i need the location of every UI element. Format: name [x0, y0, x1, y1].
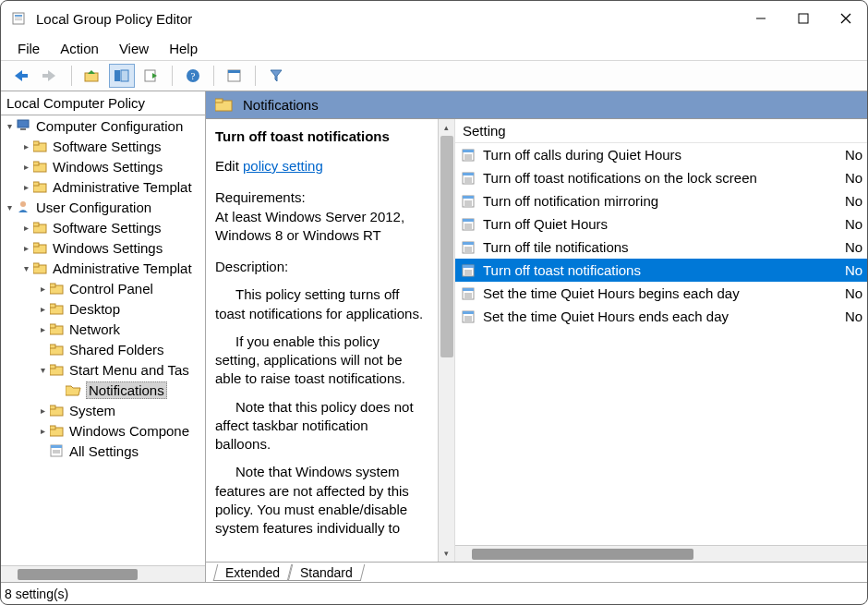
tree-item[interactable]: Notifications	[1, 380, 205, 400]
back-button[interactable]	[8, 64, 34, 88]
list-horizontal-scrollbar[interactable]	[455, 545, 867, 562]
svg-rect-21	[228, 70, 240, 73]
svg-rect-50	[50, 405, 55, 409]
expand-icon[interactable]: ▸	[19, 141, 32, 151]
settings-column-header[interactable]: Setting	[455, 119, 867, 143]
expand-icon[interactable]: ▾	[3, 121, 16, 131]
tree-header[interactable]: Local Computer Policy	[1, 91, 205, 115]
expand-icon[interactable]: ▸	[19, 223, 32, 233]
svg-rect-70	[463, 196, 474, 199]
menu-view[interactable]: View	[110, 39, 158, 58]
tree-item[interactable]: ▸Software Settings	[1, 136, 205, 156]
svg-rect-5	[799, 14, 808, 23]
tree-item-label: Notifications	[86, 381, 167, 399]
svg-rect-23	[18, 120, 29, 127]
window-controls	[740, 1, 867, 36]
tab-extended[interactable]: Extended	[213, 564, 293, 581]
tree-horizontal-scrollbar[interactable]	[1, 565, 205, 582]
scroll-track[interactable]	[439, 136, 454, 545]
tree-item-label: Software Settings	[53, 220, 162, 236]
help-button[interactable]: ?	[180, 64, 206, 88]
forward-button[interactable]	[38, 64, 64, 88]
setting-row[interactable]: Turn off calls during Quiet HoursNo	[455, 143, 867, 166]
expand-icon[interactable]: ▸	[36, 426, 49, 436]
tree-item[interactable]: All Settings	[1, 441, 205, 461]
status-text: 8 setting(s)	[5, 587, 68, 601]
tree-item[interactable]: ▸Desktop	[1, 298, 205, 319]
tree-item[interactable]: ▾Administrative Templat	[1, 258, 205, 278]
setting-row[interactable]: Set the time Quiet Hours begins each day…	[455, 282, 867, 305]
up-one-level-button[interactable]	[79, 64, 105, 88]
setting-row[interactable]: Turn off notification mirroringNo	[455, 189, 867, 212]
tree-item[interactable]: ▾Start Menu and Tas	[1, 359, 205, 380]
breadcrumb: Notifications	[206, 91, 867, 119]
export-list-button[interactable]	[139, 64, 164, 88]
scrollbar-thumb[interactable]	[18, 569, 138, 580]
tree-item[interactable]: ▸Administrative Templat	[1, 176, 205, 197]
expand-icon[interactable]: ▸	[19, 243, 32, 253]
svg-marker-8	[15, 70, 22, 81]
tab-standard[interactable]: Standard	[288, 564, 365, 581]
svg-rect-45	[50, 345, 55, 348]
folder-icon	[49, 301, 66, 316]
svg-rect-80	[463, 242, 474, 245]
desc-vertical-scrollbar[interactable]: ▴ ▾	[439, 119, 455, 562]
tree-item[interactable]: ▸Software Settings	[1, 217, 205, 237]
tree-item[interactable]: ▸Control Panel	[1, 278, 205, 298]
detail-pane: Notifications Turn off toast notificatio…	[206, 91, 867, 582]
settings-rows: Turn off calls during Quiet HoursNoTurn …	[455, 143, 867, 545]
expand-icon[interactable]: ▸	[36, 304, 49, 314]
titlebar: Local Group Policy Editor	[1, 1, 867, 36]
expand-icon[interactable]: ▾	[36, 365, 49, 375]
setting-row[interactable]: Turn off tile notificationsNo	[455, 236, 867, 259]
scrollbar-thumb[interactable]	[472, 549, 693, 560]
tree-item-label: Network	[69, 321, 120, 337]
tree-item[interactable]: ▾User Configuration	[1, 197, 205, 217]
tree-item-label: Start Menu and Tas	[69, 362, 189, 378]
scrollbar-thumb[interactable]	[440, 136, 453, 357]
expand-icon[interactable]: ▸	[19, 162, 32, 172]
setting-row[interactable]: Turn off toast notificationsNo	[455, 259, 867, 282]
setting-row[interactable]: Set the time Quiet Hours ends each dayNo	[455, 305, 867, 328]
setting-label: Turn off tile notifications	[483, 239, 845, 255]
folder-icon	[49, 423, 66, 438]
svg-rect-11	[42, 74, 49, 78]
tree-item[interactable]: ▸Network	[1, 319, 205, 339]
expand-icon[interactable]: ▸	[36, 324, 49, 334]
setting-row[interactable]: Turn off toast notifications on the lock…	[455, 166, 867, 189]
properties-button[interactable]	[222, 64, 247, 88]
tree-item[interactable]: ▸Windows Settings	[1, 156, 205, 176]
menu-help[interactable]: Help	[160, 39, 207, 58]
tree-item[interactable]: ▾Computer Configuration	[1, 115, 205, 136]
expand-icon[interactable]: ▸	[36, 284, 49, 294]
tree-item[interactable]: Shared Folders	[1, 339, 205, 359]
expand-icon[interactable]: ▾	[19, 263, 32, 273]
tree-item[interactable]: ▸Windows Compone	[1, 420, 205, 441]
filter-button[interactable]	[263, 64, 289, 88]
edit-policy-link[interactable]: policy setting	[243, 158, 323, 174]
policy-icon	[461, 240, 477, 255]
menu-action[interactable]: Action	[51, 39, 108, 58]
svg-rect-33	[33, 223, 39, 226]
scroll-up-icon[interactable]: ▴	[439, 119, 455, 136]
setting-row[interactable]: Turn off Quiet HoursNo	[455, 212, 867, 236]
svg-rect-1	[15, 15, 22, 17]
tree-item[interactable]: ▸Windows Settings	[1, 237, 205, 258]
minimize-button[interactable]	[740, 1, 782, 36]
svg-rect-54	[51, 445, 62, 448]
expand-icon[interactable]: ▸	[36, 405, 49, 416]
svg-marker-10	[48, 70, 55, 81]
description-column: Turn off toast notifications Edit policy…	[206, 119, 439, 562]
expand-icon[interactable]: ▾	[3, 202, 16, 212]
tree-item-label: User Configuration	[36, 200, 151, 215]
tree-item-label: Software Settings	[53, 139, 162, 154]
folder-icon	[32, 240, 49, 255]
tree-item[interactable]: ▸System	[1, 400, 205, 420]
scroll-down-icon[interactable]: ▾	[439, 545, 455, 562]
menu-file[interactable]: File	[8, 39, 49, 58]
expand-icon[interactable]: ▸	[19, 182, 32, 192]
show-hide-tree-button[interactable]	[109, 64, 135, 88]
maximize-button[interactable]	[782, 1, 825, 36]
policy-icon	[461, 217, 477, 232]
close-button[interactable]	[825, 1, 867, 36]
